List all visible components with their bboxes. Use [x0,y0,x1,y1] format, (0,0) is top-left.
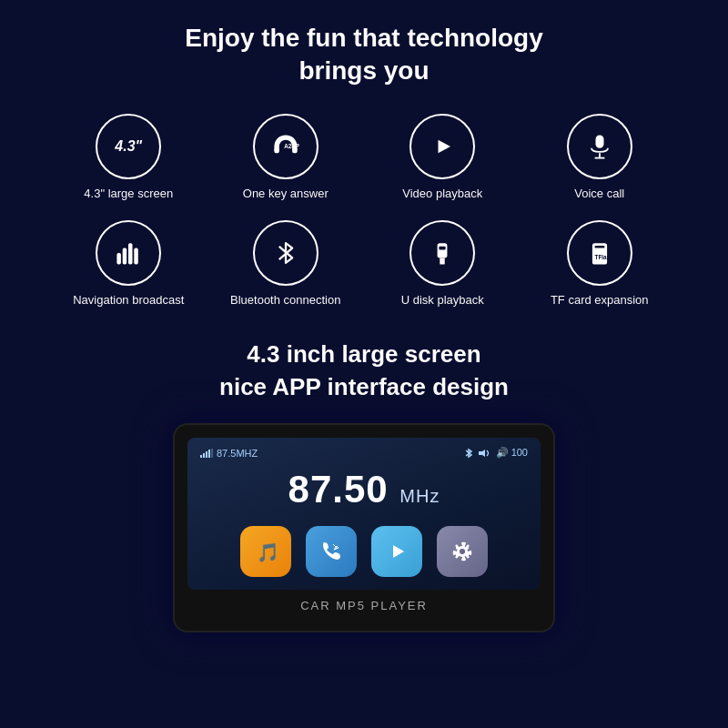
svg-text:🎵: 🎵 [257,541,278,563]
play-app-icon [384,539,410,564]
feature-navigation-broadcast: Navigation broadcast [55,220,203,308]
device-mockup: 87.5MHZ 🔊 100 87.50 MHz 🎵 [173,423,555,632]
phone-app-button[interactable] [306,526,357,577]
freq-status-text: 87.5MHZ [217,448,258,459]
feature-label-udisk: U disk playback [401,293,484,308]
feature-label-43inch: 4.3" large screen [84,187,173,202]
svg-rect-17 [200,455,202,458]
screen-app-buttons: 🎵 [200,526,528,577]
svg-rect-9 [128,243,133,264]
feature-udisk-playback: U disk playback [369,220,517,308]
sound-bars-icon [112,237,145,269]
svg-rect-11 [438,243,448,258]
svg-marker-22 [479,450,485,457]
headset-icon: A2DP [269,130,302,163]
play-app-button[interactable] [371,526,422,577]
volume-level: 🔊 100 [496,447,528,459]
feature-label-tfcard: TF card expansion [551,293,649,308]
usb-icon [426,237,459,269]
feature-circle-headset: A2DP [253,114,318,179]
feature-label-video-playback: Video playback [402,187,482,202]
frequency-display: 87.50 MHz [200,468,528,511]
feature-label-voice-call: Voice call [574,187,624,202]
feature-label-one-key-answer: One key answer [243,187,329,202]
feature-circle-mic [567,114,632,179]
bluetooth-icon [269,237,302,269]
svg-rect-4 [595,135,603,147]
feature-circle-sound-bars [96,220,161,286]
svg-rect-0 [274,148,278,153]
svg-point-27 [460,549,465,554]
feature-video-playback: Video playback [369,114,517,202]
frequency-unit: MHz [399,486,440,506]
feature-tf-card: TFlash TF card expansion [526,220,674,308]
feature-circle-tfcard: TFlash [567,220,632,286]
screen-section-heading: 4.3 inch large screen nice APP interface… [219,338,509,404]
screen-status-left: 87.5MHZ [200,448,258,459]
bt-status-icon [463,448,474,459]
heading-line1: Enjoy the fun that technology [185,24,543,52]
feature-circle-bluetooth [253,220,318,286]
feature-circle-usb [410,220,475,286]
svg-rect-7 [117,253,122,265]
icon-43inch: 4.3" [115,138,142,155]
svg-rect-21 [211,449,213,458]
settings-gear-icon [450,539,475,564]
feature-one-key-answer: A2DP One key answer [212,114,360,202]
svg-rect-20 [208,450,210,458]
volume-icon [479,449,491,458]
feature-voice-call: Voice call [526,114,674,202]
svg-rect-13 [440,246,446,249]
screen-heading-line2: nice APP interface design [219,373,509,400]
screen-status-bar: 87.5MHZ 🔊 100 [200,447,528,459]
device-screen: 87.5MHZ 🔊 100 87.50 MHz 🎵 [187,438,541,590]
page-heading: Enjoy the fun that technology brings you [185,22,543,88]
feature-43inch: 4.3" 4.3" large screen [55,114,203,202]
music-app-button[interactable]: 🎵 [240,526,291,577]
svg-rect-15 [594,246,604,248]
play-icon [426,130,459,163]
phone-bt-icon [318,539,344,564]
svg-text:A2DP: A2DP [284,143,299,149]
features-grid: 4.3" 4.3" large screen A2DP One key answ… [55,114,673,308]
device-model-label: CAR MP5 PLAYER [187,599,541,612]
svg-text:TFlash: TFlash [594,254,612,260]
screen-heading-line1: 4.3 inch large screen [247,340,480,368]
settings-app-button[interactable] [437,526,488,577]
feature-label-nav-broadcast: Navigation broadcast [73,293,184,308]
feature-bluetooth-connection: Bluetooth connection [212,220,360,308]
svg-rect-10 [135,248,139,264]
signal-icon [200,449,213,458]
svg-rect-19 [206,451,207,458]
svg-marker-24 [393,545,404,558]
frequency-value: 87.50 [288,468,389,511]
svg-marker-3 [439,140,451,153]
feature-label-bluetooth: Bluetooth connection [230,293,340,308]
svg-rect-18 [203,453,205,458]
tfcard-icon: TFlash [583,237,616,269]
screen-status-right: 🔊 100 [463,447,528,459]
feature-circle-play [410,114,475,179]
mic-icon [583,130,616,163]
music-icon: 🎵 [253,539,278,564]
feature-circle-43inch: 4.3" [96,114,161,179]
svg-rect-8 [123,248,127,264]
heading-line2: brings you [298,56,429,85]
svg-rect-12 [440,258,445,264]
